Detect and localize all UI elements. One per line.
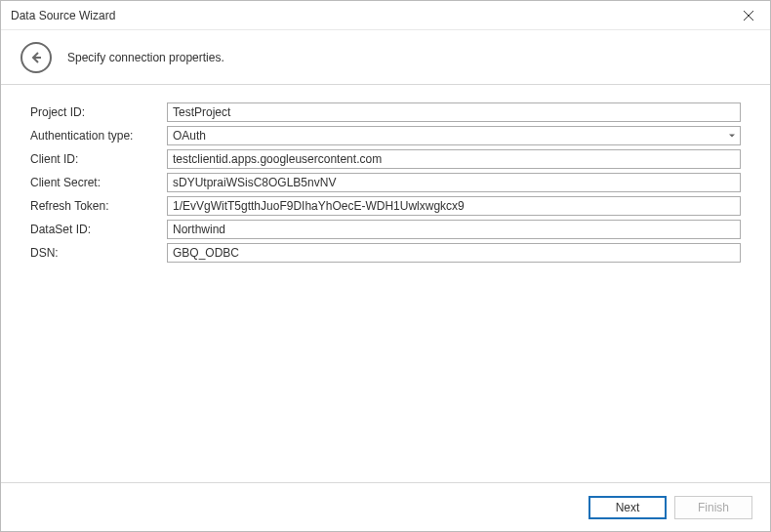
dsn-label: DSN:	[30, 246, 167, 260]
row-project-id: Project ID:	[30, 102, 741, 122]
row-refresh-token: Refresh Token:	[30, 196, 741, 216]
client-id-label: Client ID:	[30, 152, 167, 166]
wizard-subtitle: Specify connection properties.	[67, 51, 224, 64]
row-auth-type: Authentication type: OAuth	[30, 126, 741, 145]
form-content: Project ID: Authentication type: OAuth C…	[1, 85, 770, 482]
row-dsn: DSN:	[30, 243, 741, 263]
dataset-id-label: DataSet ID:	[30, 223, 167, 236]
refresh-token-input[interactable]	[167, 196, 741, 216]
auth-type-value: OAuth	[173, 129, 206, 143]
chevron-down-icon	[729, 135, 735, 138]
client-secret-input[interactable]	[167, 173, 741, 192]
wizard-header: Specify connection properties.	[1, 30, 770, 85]
close-icon	[744, 11, 753, 20]
close-button[interactable]	[726, 1, 770, 30]
refresh-token-label: Refresh Token:	[30, 199, 167, 213]
row-client-secret: Client Secret:	[30, 173, 741, 192]
client-secret-label: Client Secret:	[30, 176, 167, 189]
project-id-label: Project ID:	[30, 105, 167, 119]
project-id-input[interactable]	[167, 102, 741, 122]
client-id-input[interactable]	[167, 149, 741, 169]
auth-type-select[interactable]: OAuth	[167, 126, 741, 145]
auth-type-label: Authentication type:	[30, 129, 167, 143]
back-button[interactable]	[20, 42, 52, 73]
window-title: Data Source Wizard	[11, 9, 115, 22]
titlebar: Data Source Wizard	[1, 1, 770, 30]
arrow-left-icon	[29, 51, 43, 64]
wizard-footer: Next Finish	[1, 482, 770, 531]
dsn-input[interactable]	[167, 243, 741, 263]
dataset-id-input[interactable]	[167, 220, 741, 239]
row-client-id: Client ID:	[30, 149, 741, 169]
finish-button: Finish	[674, 496, 752, 519]
row-dataset-id: DataSet ID:	[30, 220, 741, 239]
next-button[interactable]: Next	[588, 496, 667, 519]
